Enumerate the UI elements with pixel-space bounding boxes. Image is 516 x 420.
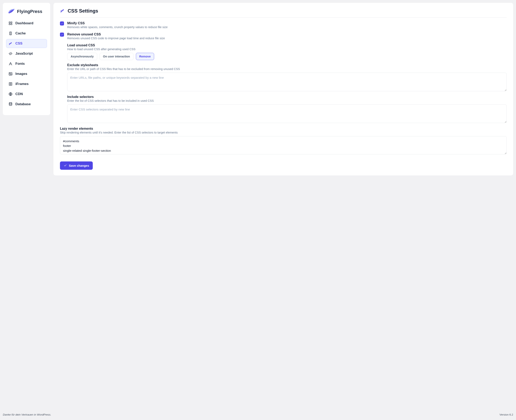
sidebar-item-css[interactable]: CSS bbox=[6, 39, 47, 48]
footer-version: Version 6.2 bbox=[499, 413, 513, 416]
include-textarea[interactable] bbox=[67, 104, 507, 123]
lazy-textarea[interactable] bbox=[60, 136, 507, 154]
svg-line-4 bbox=[10, 52, 11, 55]
include-desc: Enter the list of CSS selectors that has… bbox=[67, 99, 507, 102]
footer: Danke für dein Vertrauen in WordPress. V… bbox=[0, 410, 516, 419]
remove-unused-desc: Removes unused CSS code to improve page … bbox=[67, 37, 507, 40]
svg-point-16 bbox=[9, 103, 12, 104]
remove-unused-title: Remove unused CSS bbox=[67, 32, 507, 36]
lazy-block: Lazy render elements Skip rendering elem… bbox=[60, 127, 507, 155]
svg-rect-1 bbox=[11, 22, 12, 23]
svg-rect-2 bbox=[9, 24, 10, 25]
sidebar-item-cache[interactable]: Cache bbox=[6, 29, 47, 38]
sidebar-item-label: Dashboard bbox=[15, 21, 33, 25]
check-icon bbox=[64, 164, 67, 167]
database-icon bbox=[8, 102, 13, 106]
option-remove[interactable]: Remove bbox=[136, 53, 154, 60]
sidebar-item-label: Database bbox=[15, 102, 31, 106]
minify-title: Minify CSS bbox=[67, 21, 507, 25]
page-title-icon bbox=[60, 8, 65, 14]
exclude-textarea[interactable] bbox=[67, 73, 507, 91]
load-unused-title: Load unused CSS bbox=[67, 44, 507, 47]
exclude-desc: Enter the URL or path of CSS files that … bbox=[67, 67, 507, 71]
exclude-block: Exclude stylesheets Enter the URL or pat… bbox=[67, 63, 507, 92]
sidebar-item-dashboard[interactable]: Dashboard bbox=[6, 19, 47, 28]
save-button[interactable]: Save changes bbox=[60, 161, 93, 170]
page-title: CSS Settings bbox=[68, 8, 98, 14]
sidebar-item-label: Fonts bbox=[15, 62, 25, 66]
load-unused-block: Load unused CSS How to load unused CSS a… bbox=[67, 44, 507, 60]
page-title-row: CSS Settings bbox=[60, 8, 507, 18]
iframes-icon bbox=[8, 82, 13, 86]
sidebar-item-label: iFrames bbox=[15, 82, 29, 86]
svg-rect-3 bbox=[11, 24, 12, 25]
sidebar-item-cdn[interactable]: CDN bbox=[6, 90, 47, 98]
setting-remove-unused: Remove unused CSS Removes unused CSS cod… bbox=[60, 32, 507, 40]
css-icon bbox=[8, 41, 13, 45]
option-asynchronously[interactable]: Asynchronously bbox=[67, 53, 97, 60]
sidebar-item-label: CSS bbox=[15, 41, 23, 45]
cache-icon bbox=[8, 31, 13, 35]
dashboard-icon bbox=[8, 21, 13, 25]
svg-rect-0 bbox=[9, 22, 10, 23]
svg-point-7 bbox=[10, 73, 10, 74]
lazy-desc: Skip rendering elements until it's neede… bbox=[60, 131, 507, 134]
lazy-title: Lazy render elements bbox=[60, 127, 507, 130]
sidebar-item-fonts[interactable]: Fonts bbox=[6, 59, 47, 68]
brand-logo-icon bbox=[8, 8, 15, 14]
sidebar-item-iframes[interactable]: iFrames bbox=[6, 80, 47, 88]
sidebar-item-label: Cache bbox=[15, 31, 26, 35]
minify-desc: Removes white spaces, comments, crunch p… bbox=[67, 25, 507, 29]
include-title: Include selectors bbox=[67, 95, 507, 99]
minify-checkbox[interactable] bbox=[60, 22, 64, 25]
include-block: Include selectors Enter the list of CSS … bbox=[67, 95, 507, 124]
brand-name: FlyingPress bbox=[17, 9, 42, 14]
fonts-icon bbox=[8, 62, 13, 66]
footer-thanks: Danke für dein Vertrauen in WordPress. bbox=[3, 413, 51, 416]
sidebar-item-javascript[interactable]: JavaScript bbox=[6, 49, 47, 58]
option-on-user-interaction[interactable]: On user interaction bbox=[100, 53, 133, 60]
save-button-label: Save changes bbox=[69, 164, 89, 167]
remove-unused-checkbox[interactable] bbox=[60, 33, 64, 37]
main-panel: CSS Settings Minify CSS Removes white sp… bbox=[54, 3, 513, 175]
images-icon bbox=[8, 72, 13, 76]
sidebar: FlyingPress Dashboard Cache CSS bbox=[3, 3, 50, 115]
js-icon bbox=[8, 52, 13, 56]
load-unused-options: Asynchronously On user interaction Remov… bbox=[67, 53, 507, 60]
load-unused-desc: How to load unused CSS after generating … bbox=[67, 48, 507, 51]
sidebar-item-label: CDN bbox=[15, 92, 23, 96]
cdn-icon bbox=[8, 92, 13, 96]
sidebar-nav: Dashboard Cache CSS JavaScript bbox=[6, 19, 47, 109]
sidebar-item-images[interactable]: Images bbox=[6, 69, 47, 78]
sidebar-item-database[interactable]: Database bbox=[6, 100, 47, 109]
brand: FlyingPress bbox=[6, 8, 47, 19]
exclude-title: Exclude stylesheets bbox=[67, 63, 507, 67]
setting-minify: Minify CSS Removes white spaces, comment… bbox=[60, 21, 507, 29]
sidebar-item-label: JavaScript bbox=[15, 52, 33, 56]
sidebar-item-label: Images bbox=[15, 72, 27, 76]
